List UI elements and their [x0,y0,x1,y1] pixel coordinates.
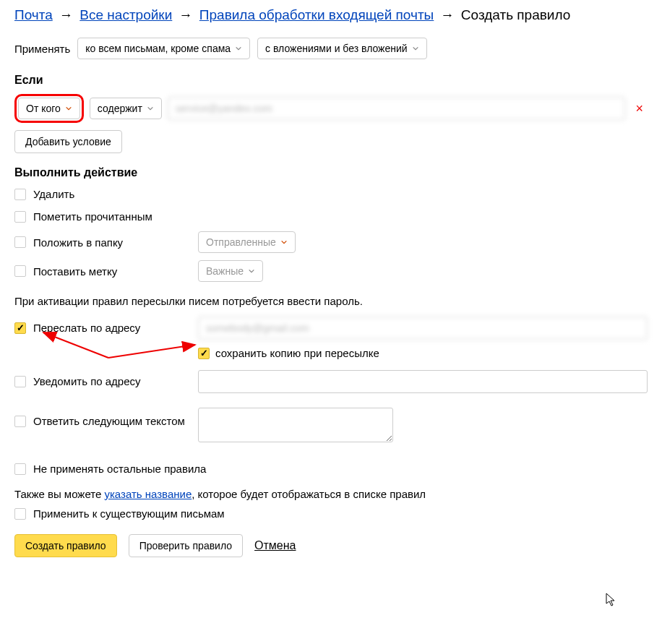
set-label-label: Поставить метку [33,265,117,278]
save-copy-checkbox[interactable] [198,348,210,359]
chevron-down-icon [248,267,255,275]
specify-name-link[interactable]: указать название [104,488,192,500]
save-copy-label: сохранить копию при пересылке [215,347,379,359]
forward-address-input[interactable] [198,317,648,340]
condition-operator-select[interactable]: содержит [90,98,162,119]
add-condition-button[interactable]: Добавить условие [14,130,122,153]
breadcrumb-rules[interactable]: Правила обработки входящей почты [199,7,434,22]
apply-label: Применять [14,43,70,55]
highlight-annotation: От кого [14,94,84,123]
forward-block: Переслать по адресу сохранить копию при … [14,314,648,359]
forward-checkbox[interactable] [14,322,26,334]
svg-line-2 [108,345,195,358]
delete-label: Удалить [33,188,74,200]
chevron-down-icon [147,105,154,112]
breadcrumb-current: Создать правило [461,7,570,22]
mark-read-label: Пометить прочитанным [33,210,152,223]
arrow-annotation [36,329,210,365]
forwarding-note: При активации правил пересылки писем пот… [14,295,648,307]
test-rule-button[interactable]: Проверить правило [129,534,243,557]
apply-existing-checkbox[interactable] [14,508,26,520]
if-section-title: Если [14,74,648,87]
chevron-down-icon [235,45,242,52]
condition-field-select[interactable]: От кого [18,98,80,119]
dont-apply-rest-label: Не применять остальные правила [33,463,206,475]
apply-existing-label: Применить к существующим письмам [33,507,225,520]
apply-scope-select[interactable]: ко всем письмам, кроме спама [77,38,250,59]
reply-checkbox[interactable] [14,416,26,427]
chevron-down-icon [280,239,288,246]
forward-label: Переслать по адресу [33,322,140,334]
reply-text-input[interactable] [198,408,393,442]
condition-row: От кого содержит × [14,94,648,123]
chevron-down-icon [65,105,72,112]
arrow-icon: → [441,7,455,22]
create-rule-button[interactable]: Создать правило [14,534,117,557]
notify-label: Уведомить по адресу [33,375,141,387]
condition-value-input[interactable] [168,97,626,120]
action-section-title: Выполнить действие [14,166,648,179]
dont-apply-rest-checkbox[interactable] [14,463,26,475]
chevron-down-icon [412,45,419,52]
svg-line-1 [43,332,108,358]
move-folder-checkbox[interactable] [14,236,26,248]
apply-row: Применять ко всем письмам, кроме спама с… [14,38,648,59]
breadcrumb: Почта → Все настройки → Правила обработк… [14,7,648,23]
arrow-icon: → [59,7,73,22]
folder-select[interactable]: Отправленные [198,231,296,253]
notify-address-input[interactable] [198,370,648,393]
breadcrumb-all-settings[interactable]: Все настройки [79,7,172,22]
remove-condition-button[interactable]: × [631,101,648,116]
action-grid: Удалить Пометить прочитанным Положить в … [14,186,648,282]
name-note: Также вы можете указать название, которо… [14,488,648,500]
set-label-checkbox[interactable] [14,265,26,277]
arrow-icon: → [179,7,193,22]
move-folder-label: Положить в папку [33,236,123,249]
mark-read-checkbox[interactable] [14,211,26,223]
cancel-button[interactable]: Отмена [254,539,296,552]
notify-checkbox[interactable] [14,376,26,387]
delete-checkbox[interactable] [14,189,26,200]
label-select[interactable]: Важные [198,260,263,282]
footer-row: Создать правило Проверить правило Отмена [14,534,648,557]
breadcrumb-mail[interactable]: Почта [14,7,53,22]
apply-attachments-select[interactable]: с вложениями и без вложений [257,38,427,59]
reply-label: Ответить следующим текстом [33,415,185,427]
